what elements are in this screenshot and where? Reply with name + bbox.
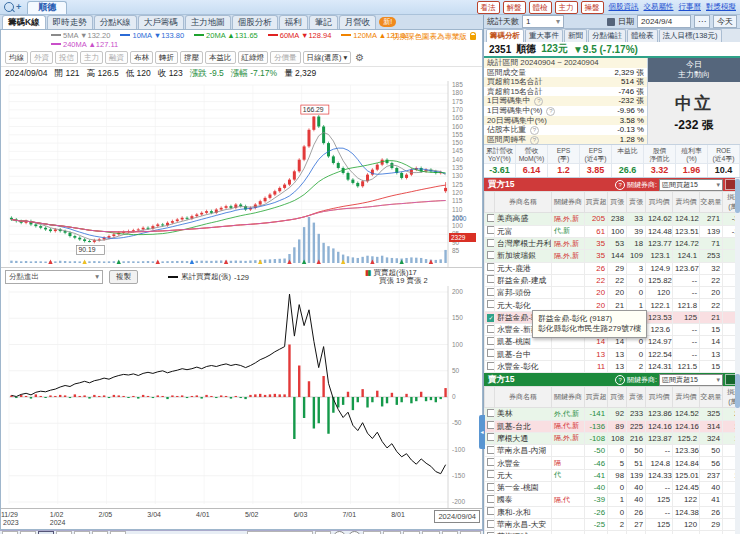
table-row[interactable]: 華南永昌-內湖-50050--123.36502: [485, 445, 740, 457]
date-input[interactable]: 2024/9/4: [637, 15, 691, 28]
row-checkbox[interactable]: ✓: [487, 314, 495, 322]
help-icon[interactable]: ?: [615, 375, 625, 385]
period-select[interactable]: 日線(還原) ▾: [303, 51, 352, 64]
analysis-tab-2[interactable]: 新聞: [564, 29, 587, 42]
analysis-tab-1[interactable]: 重大事件: [525, 29, 563, 42]
stat-days-select[interactable]: 1▾: [522, 15, 564, 28]
row-checkbox[interactable]: [487, 433, 495, 441]
action-button[interactable]: 看法: [477, 1, 500, 14]
table-scrollbar[interactable]: [735, 373, 740, 534]
analysis-tab-0[interactable]: 籌碼分析: [486, 29, 524, 42]
overlay-button[interactable]: 主力: [80, 51, 103, 64]
table-row[interactable]: 元富代,新6110039124.48123.51139-13: [485, 225, 740, 237]
tab-3[interactable]: 大戶籌碼: [138, 15, 184, 29]
tab-7[interactable]: 筆記: [309, 15, 338, 29]
tab-8[interactable]: 月營收: [339, 15, 377, 29]
analysis-tab-5[interactable]: 法人目標(138元): [659, 29, 722, 42]
tab-6[interactable]: 福利: [279, 15, 308, 29]
action-button[interactable]: 操盤: [581, 1, 604, 14]
help-icon[interactable]: ?: [530, 136, 539, 145]
table-row[interactable]: 元大-鹿港26293124.9123.6732-5: [485, 262, 740, 274]
overlay-button[interactable]: 撐壓: [180, 51, 203, 64]
overlay-button[interactable]: 轉折: [155, 51, 178, 64]
top-link[interactable]: 個股資訊: [609, 2, 639, 12]
tab-2[interactable]: 分點K線: [94, 15, 137, 29]
table-row[interactable]: 富邦-頭份20200120--206: [485, 287, 740, 299]
tab-1[interactable]: 即時走勢: [47, 15, 93, 29]
table-row[interactable]: 華南永昌-大安-2522712512029-8: [485, 518, 740, 530]
overlay-button[interactable]: 布林: [130, 51, 153, 64]
table-row[interactable]: 國泰隔,代-3914012512241-4: [485, 494, 740, 506]
panel-collapse-handle[interactable]: ◂: [479, 415, 485, 449]
table-row[interactable]: 第一金-桃園-40040--124.45406: [485, 481, 740, 493]
row-checkbox[interactable]: [487, 507, 495, 515]
table-row[interactable]: 永豐金-彰化11132124.31121.515-2: [485, 360, 740, 372]
tab-0[interactable]: 籌碼K線: [2, 15, 46, 29]
analysis-tab-4[interactable]: 體檢表: [627, 29, 658, 42]
broker-flow-chart[interactable]: -200-150-100-50050100150200: [1, 286, 484, 508]
indicator-select[interactable]: 分點進出▾: [5, 270, 103, 284]
row-checkbox[interactable]: [487, 325, 495, 333]
table-row[interactable]: 元大代-4198139124.33125.0123715: [485, 469, 740, 481]
search-icon[interactable]: [4, 2, 14, 12]
table-row[interactable]: 美林外,代,新-14192233123.86124.5232528: [485, 408, 740, 420]
overlay-button[interactable]: 融資: [105, 51, 128, 64]
action-button[interactable]: 主力: [555, 1, 578, 14]
price-volume-chart[interactable]: 8590951001051101151201251301351401451501…: [1, 81, 484, 267]
tab-4[interactable]: 主力地圖: [185, 15, 231, 29]
action-button[interactable]: 解盤: [503, 1, 526, 14]
row-checkbox[interactable]: [487, 495, 495, 503]
table-row[interactable]: 康和-永和-26026--124.38264: [485, 506, 740, 518]
action-button[interactable]: 體檢: [529, 1, 552, 14]
row-checkbox[interactable]: [487, 483, 495, 491]
table-row[interactable]: 摩根大通隔,外,新-108108216123.87125.232418: [485, 432, 740, 444]
table-row[interactable]: 美商高盛隔,外,新20523833124.62124.12271-33: [485, 213, 740, 225]
overlay-button[interactable]: 紅綠燈: [238, 51, 269, 64]
table-row[interactable]: 永豐金隔-46551124.8124.84569: [485, 457, 740, 469]
stock-tab[interactable]: 順德: [27, 1, 67, 14]
overlay-button[interactable]: 本益比: [205, 51, 236, 64]
row-checkbox[interactable]: [487, 470, 495, 478]
row-checkbox[interactable]: [487, 226, 495, 234]
add-stock-button[interactable]: +: [16, 2, 21, 12]
key-broker-select[interactable]: 區間買超15▾: [659, 179, 723, 191]
gear-icon[interactable]: ⚙: [355, 52, 364, 63]
overlay-button[interactable]: 外資: [30, 51, 53, 64]
top-link[interactable]: 行事曆: [679, 2, 702, 12]
table-row[interactable]: 台灣摩根士丹利隔,外,新355318123.77124.7271-1: [485, 237, 740, 249]
help-icon[interactable]: ?: [615, 180, 625, 190]
row-checkbox[interactable]: [487, 520, 495, 528]
row-checkbox[interactable]: [487, 446, 495, 454]
overlay-button[interactable]: 均線: [5, 51, 28, 64]
top-link[interactable]: 對獎模擬: [706, 2, 736, 12]
key-broker-select[interactable]: 區間賣超15▾: [659, 374, 723, 386]
row-checkbox[interactable]: [487, 349, 495, 357]
row-checkbox[interactable]: [487, 288, 495, 296]
row-checkbox[interactable]: [487, 409, 495, 417]
analysis-tab-3[interactable]: 分點備註: [588, 29, 626, 42]
scrollbar-thumb[interactable]: [735, 374, 740, 408]
table-scrollbar[interactable]: [735, 178, 740, 373]
more-dates-button[interactable]: ⋯: [694, 15, 710, 28]
row-checkbox[interactable]: [487, 362, 495, 370]
row-checkbox[interactable]: [487, 300, 495, 308]
overlay-button[interactable]: 投信: [55, 51, 78, 64]
row-checkbox[interactable]: [487, 239, 495, 247]
tab-5[interactable]: 個股分析: [232, 15, 278, 29]
table-row[interactable]: 凱基-台北隔,代,新-13689225124.16124.1631416: [485, 420, 740, 432]
row-checkbox[interactable]: [487, 458, 495, 466]
copy-button[interactable]: 複製: [109, 270, 138, 284]
pro-version-link[interactable]: 切換深色圖表為專業版: [392, 32, 476, 42]
overlay-button[interactable]: 分價量: [270, 51, 301, 64]
top-link[interactable]: 交易屬性: [644, 2, 674, 12]
row-checkbox[interactable]: [487, 251, 495, 259]
row-checkbox[interactable]: [487, 337, 495, 345]
today-button[interactable]: 今天: [713, 15, 737, 28]
row-checkbox[interactable]: [487, 275, 495, 283]
row-checkbox[interactable]: [487, 263, 495, 271]
calendar-icon[interactable]: [607, 18, 615, 26]
table-row[interactable]: 群益金鼎-建成22220125.82--22-6: [485, 274, 740, 286]
row-checkbox[interactable]: [487, 421, 495, 429]
scrollbar-thumb[interactable]: [735, 179, 740, 213]
table-row[interactable]: 凱基-台中13130122.54--131: [485, 348, 740, 360]
